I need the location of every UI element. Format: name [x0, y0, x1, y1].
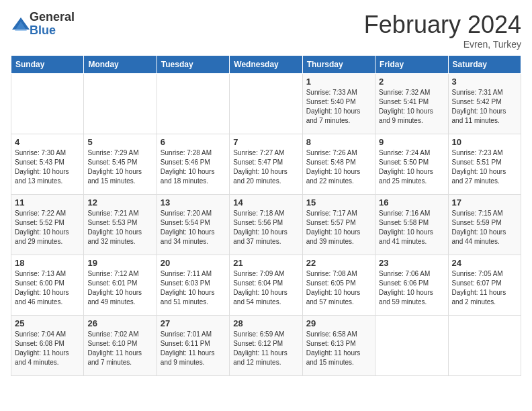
location-subtitle: Evren, Turkey [364, 39, 521, 50]
calendar-cell: 6Sunrise: 7:28 AM Sunset: 5:46 PM Daylig… [157, 134, 229, 195]
day-info: Sunrise: 7:24 AM Sunset: 5:50 PM Dayligh… [379, 148, 444, 186]
calendar-cell: 25Sunrise: 7:04 AM Sunset: 6:08 PM Dayli… [11, 316, 84, 376]
calendar-cell: 19Sunrise: 7:12 AM Sunset: 6:01 PM Dayli… [84, 255, 157, 316]
calendar-cell: 4Sunrise: 7:30 AM Sunset: 5:43 PM Daylig… [11, 134, 84, 195]
day-number: 12 [87, 197, 152, 208]
calendar-cell [230, 74, 302, 134]
day-number: 29 [306, 318, 371, 328]
column-header-monday: Monday [84, 56, 157, 74]
day-number: 27 [161, 318, 226, 328]
calendar-cell: 18Sunrise: 7:13 AM Sunset: 6:00 PM Dayli… [11, 255, 84, 316]
day-info: Sunrise: 7:27 AM Sunset: 5:47 PM Dayligh… [233, 148, 298, 186]
column-header-tuesday: Tuesday [157, 56, 229, 74]
day-number: 1 [306, 77, 371, 87]
day-info: Sunrise: 7:31 AM Sunset: 5:42 PM Dayligh… [452, 88, 517, 126]
day-info: Sunrise: 7:29 AM Sunset: 5:45 PM Dayligh… [87, 148, 152, 186]
day-number: 5 [87, 137, 152, 147]
calendar-cell: 22Sunrise: 7:08 AM Sunset: 6:05 PM Dayli… [302, 255, 375, 316]
day-number: 26 [87, 318, 152, 328]
logo: General Blue [11, 11, 75, 38]
day-info: Sunrise: 7:23 AM Sunset: 5:51 PM Dayligh… [452, 148, 517, 186]
day-number: 28 [233, 318, 298, 328]
day-info: Sunrise: 7:06 AM Sunset: 6:06 PM Dayligh… [379, 269, 444, 307]
logo-text: General Blue [30, 11, 75, 38]
day-number: 10 [452, 137, 517, 147]
day-number: 25 [15, 318, 80, 328]
day-info: Sunrise: 6:59 AM Sunset: 6:12 PM Dayligh… [233, 330, 298, 367]
calendar-cell: 10Sunrise: 7:23 AM Sunset: 5:51 PM Dayli… [448, 134, 521, 195]
calendar-cell: 14Sunrise: 7:18 AM Sunset: 5:56 PM Dayli… [230, 195, 302, 255]
column-header-friday: Friday [375, 56, 448, 74]
day-number: 23 [379, 258, 444, 268]
day-number: 9 [379, 137, 444, 147]
calendar-cell [448, 316, 521, 376]
day-info: Sunrise: 7:22 AM Sunset: 5:52 PM Dayligh… [15, 209, 80, 246]
day-number: 8 [306, 137, 371, 147]
calendar-cell: 20Sunrise: 7:11 AM Sunset: 6:03 PM Dayli… [157, 255, 229, 316]
day-number: 7 [233, 137, 298, 147]
calendar-cell [375, 316, 448, 376]
calendar-cell: 15Sunrise: 7:17 AM Sunset: 5:57 PM Dayli… [302, 195, 375, 255]
calendar-cell: 12Sunrise: 7:21 AM Sunset: 5:53 PM Dayli… [84, 195, 157, 255]
column-header-saturday: Saturday [448, 56, 521, 74]
calendar-cell [11, 74, 84, 134]
day-info: Sunrise: 6:58 AM Sunset: 6:13 PM Dayligh… [306, 330, 371, 367]
calendar-header-row: SundayMondayTuesdayWednesdayThursdayFrid… [11, 56, 521, 74]
calendar-week-1: 1Sunrise: 7:33 AM Sunset: 5:40 PM Daylig… [11, 74, 521, 134]
calendar-cell: 28Sunrise: 6:59 AM Sunset: 6:12 PM Dayli… [230, 316, 302, 376]
logo-icon [11, 16, 27, 32]
day-info: Sunrise: 7:17 AM Sunset: 5:57 PM Dayligh… [306, 209, 371, 246]
day-info: Sunrise: 7:08 AM Sunset: 6:05 PM Dayligh… [306, 269, 371, 307]
day-info: Sunrise: 7:15 AM Sunset: 5:59 PM Dayligh… [452, 209, 517, 246]
calendar-cell: 13Sunrise: 7:20 AM Sunset: 5:54 PM Dayli… [157, 195, 229, 255]
day-number: 20 [161, 258, 226, 268]
calendar-cell: 16Sunrise: 7:16 AM Sunset: 5:58 PM Dayli… [375, 195, 448, 255]
calendar-table: SundayMondayTuesdayWednesdayThursdayFrid… [11, 55, 521, 376]
day-info: Sunrise: 7:05 AM Sunset: 6:07 PM Dayligh… [452, 269, 517, 307]
day-info: Sunrise: 7:28 AM Sunset: 5:46 PM Dayligh… [161, 148, 226, 186]
day-info: Sunrise: 7:18 AM Sunset: 5:56 PM Dayligh… [233, 209, 298, 246]
day-number: 11 [15, 197, 80, 208]
day-info: Sunrise: 7:26 AM Sunset: 5:48 PM Dayligh… [306, 148, 371, 186]
calendar-cell [157, 74, 229, 134]
day-number: 22 [306, 258, 371, 268]
day-info: Sunrise: 7:16 AM Sunset: 5:58 PM Dayligh… [379, 209, 444, 246]
day-info: Sunrise: 7:33 AM Sunset: 5:40 PM Dayligh… [306, 88, 371, 126]
day-info: Sunrise: 7:09 AM Sunset: 6:04 PM Dayligh… [233, 269, 298, 307]
calendar-cell: 3Sunrise: 7:31 AM Sunset: 5:42 PM Daylig… [448, 74, 521, 134]
calendar-week-2: 4Sunrise: 7:30 AM Sunset: 5:43 PM Daylig… [11, 134, 521, 195]
day-number: 2 [379, 77, 444, 87]
calendar-cell: 2Sunrise: 7:32 AM Sunset: 5:41 PM Daylig… [375, 74, 448, 134]
day-number: 13 [161, 197, 226, 208]
day-number: 3 [452, 77, 517, 87]
calendar-week-3: 11Sunrise: 7:22 AM Sunset: 5:52 PM Dayli… [11, 195, 521, 255]
calendar-cell: 17Sunrise: 7:15 AM Sunset: 5:59 PM Dayli… [448, 195, 521, 255]
column-header-wednesday: Wednesday [230, 56, 302, 74]
day-number: 14 [233, 197, 298, 208]
calendar-cell [84, 74, 157, 134]
calendar-cell: 29Sunrise: 6:58 AM Sunset: 6:13 PM Dayli… [302, 316, 375, 376]
day-number: 4 [15, 137, 80, 147]
day-number: 16 [379, 197, 444, 208]
day-info: Sunrise: 7:21 AM Sunset: 5:53 PM Dayligh… [87, 209, 152, 246]
day-number: 18 [15, 258, 80, 268]
day-number: 17 [452, 197, 517, 208]
calendar-cell: 23Sunrise: 7:06 AM Sunset: 6:06 PM Dayli… [375, 255, 448, 316]
calendar-week-5: 25Sunrise: 7:04 AM Sunset: 6:08 PM Dayli… [11, 316, 521, 376]
page-header: General Blue February 2024 Evren, Turkey [11, 11, 521, 50]
title-area: February 2024 Evren, Turkey [364, 11, 521, 50]
day-info: Sunrise: 7:20 AM Sunset: 5:54 PM Dayligh… [161, 209, 226, 246]
day-info: Sunrise: 7:11 AM Sunset: 6:03 PM Dayligh… [161, 269, 226, 307]
calendar-cell: 27Sunrise: 7:01 AM Sunset: 6:11 PM Dayli… [157, 316, 229, 376]
day-info: Sunrise: 7:13 AM Sunset: 6:00 PM Dayligh… [15, 269, 80, 307]
calendar-cell: 8Sunrise: 7:26 AM Sunset: 5:48 PM Daylig… [302, 134, 375, 195]
logo-blue: Blue [30, 24, 75, 38]
day-number: 19 [87, 258, 152, 268]
day-number: 21 [233, 258, 298, 268]
day-info: Sunrise: 7:01 AM Sunset: 6:11 PM Dayligh… [161, 330, 226, 367]
calendar-week-4: 18Sunrise: 7:13 AM Sunset: 6:00 PM Dayli… [11, 255, 521, 316]
month-title: February 2024 [364, 11, 521, 39]
day-info: Sunrise: 7:02 AM Sunset: 6:10 PM Dayligh… [87, 330, 152, 367]
column-header-thursday: Thursday [302, 56, 375, 74]
day-info: Sunrise: 7:12 AM Sunset: 6:01 PM Dayligh… [87, 269, 152, 307]
